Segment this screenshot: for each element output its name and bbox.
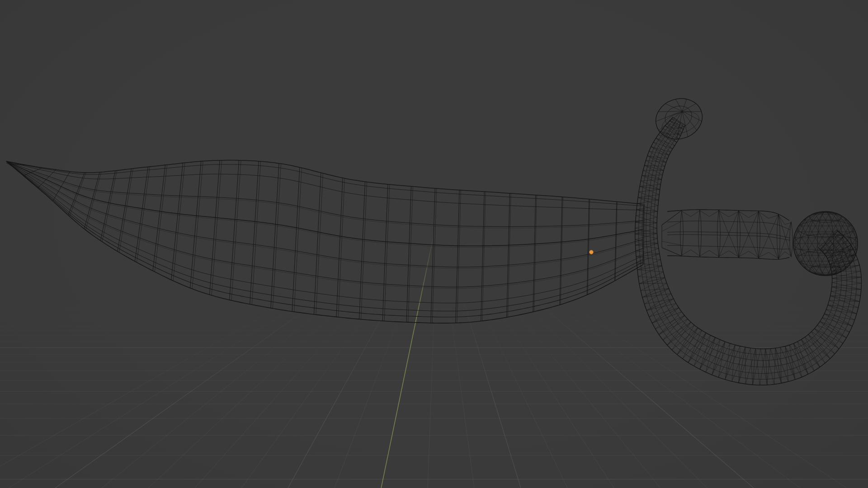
pommel-sphere-wireframe [783, 199, 868, 288]
y-axis-line [381, 230, 435, 488]
blade-wireframe [6, 160, 645, 323]
object-origin-dot [590, 250, 594, 254]
viewport-canvas[interactable] [0, 0, 868, 488]
quillon-knob-wireframe [651, 93, 708, 145]
grip-wireframe [662, 210, 793, 259]
floor-grid [0, 289, 868, 488]
blender-3d-viewport[interactable] [0, 0, 868, 488]
